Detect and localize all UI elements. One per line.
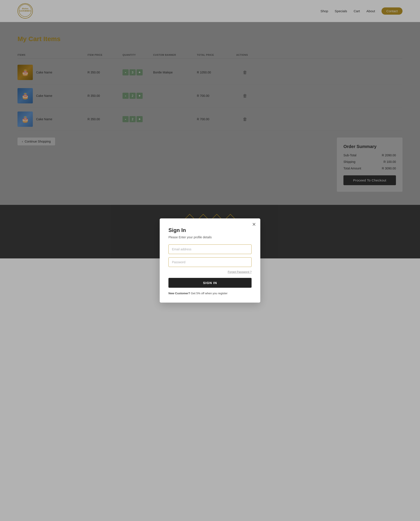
signin-modal: ✕ Sign In Please Enter your profile deta…	[160, 218, 260, 258]
modal-title: Sign In	[168, 227, 252, 233]
modal-close-button[interactable]: ✕	[252, 222, 256, 227]
password-field[interactable]	[168, 257, 252, 258]
modal-subtitle: Please Enter your profile details	[168, 235, 252, 239]
email-field[interactable]	[168, 244, 252, 254]
modal-overlay[interactable]: ✕ Sign In Please Enter your profile deta…	[0, 0, 420, 258]
